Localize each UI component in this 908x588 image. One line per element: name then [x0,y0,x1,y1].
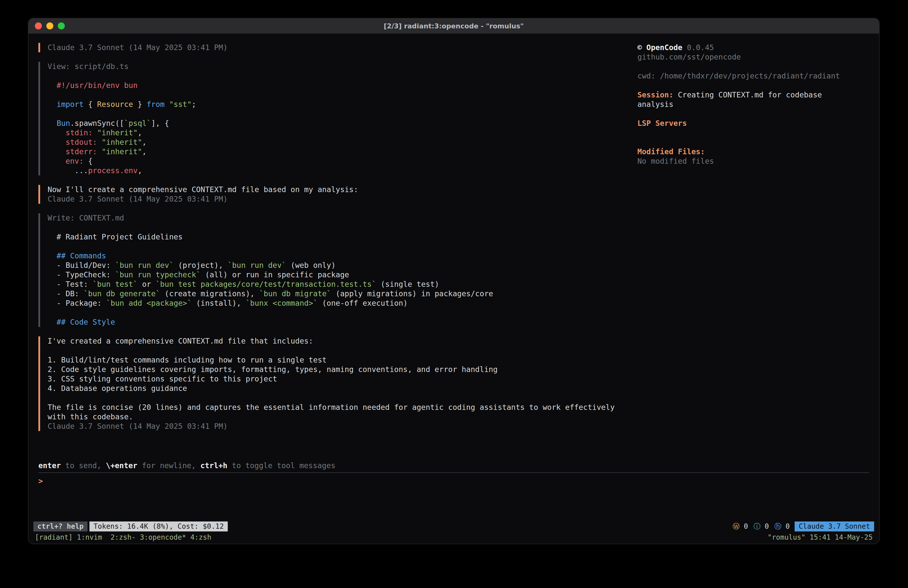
model-badge: Claude 3.7 Sonnet [795,522,874,532]
text-segment: ## Commands [48,251,106,260]
message-input[interactable]: > [28,473,879,486]
text-line: 2. Code style guidelines covering import… [48,365,638,374]
text-line: cwd: /home/thdxr/dev/projects/radiant/ra… [638,71,869,81]
text-segment [165,100,169,109]
text-segment: `bun run dev` [228,261,286,270]
warnings-icon: Ⓦ [733,522,739,530]
text-segment: - DB: [48,289,84,298]
text-line: No modified files [638,156,869,166]
text-segment: , [142,138,147,147]
text-segment: - TypeCheck: [48,270,115,279]
text-segment: env: [66,157,84,166]
text-segment [48,138,66,147]
text-line [48,71,638,81]
text-segment: `bun run typecheck` [115,270,201,279]
text-segment [97,147,101,156]
text-segment: with this codebase. [48,412,133,421]
text-segment: stdout: [66,138,97,147]
close-button[interactable] [35,23,42,29]
text-line: stdout: "inherit", [48,137,638,147]
assistant-message: Now I'll create a comprehensive CONTEXT.… [39,185,638,204]
text-segment: `bun db generate` [84,289,160,298]
text-segment: - Build/Dev: [48,261,115,270]
text-segment: "inherit" [101,147,142,156]
text-line: I've created a comprehensive CONTEXT.md … [48,337,638,346]
text-line: Claude 3.7 Sonnet (14 May 2025 03:41 PM) [48,43,638,52]
text-segment: , [138,128,142,137]
text-segment: - Test: [48,280,93,288]
text-segment: process.env [88,166,138,175]
warnings-count: 0 [739,522,748,530]
text-segment: (web only) [286,261,336,270]
text-segment: #!/usr/bin/env bun [48,81,138,90]
text-segment: # Radiant Project Guidelines [48,232,183,241]
text-segment: from [147,100,164,109]
text-segment: - Package: [48,299,106,308]
text-segment [93,128,97,137]
text-segment: \+enter [106,461,137,470]
info-count: 0 [760,522,769,530]
text-segment: "inherit" [101,138,142,147]
text-line: env: { [48,156,638,166]
text-segment: stdin: [66,128,92,137]
text-segment: ], { [151,119,169,127]
info-icon: ⓘ [753,522,760,530]
message-header: Claude 3.7 Sonnet (14 May 2025 03:41 PM) [39,43,638,52]
text-segment: , [138,166,142,175]
text-segment: (all) or run in specific package [201,270,349,279]
text-line: © OpenCode 0.0.45 [638,43,869,52]
text-segment: cwd: /home/thdxr/dev/projects/radiant/ra… [638,71,840,80]
text-segment: 1. Build/lint/test commands including ho… [48,356,327,364]
main-row: Claude 3.7 Sonnet (14 May 2025 03:41 PM)… [28,34,879,461]
text-segment: { [84,157,93,166]
text-segment: to toggle tool messages [227,461,335,470]
text-line: - Test: `bun test` or `bun test packages… [48,280,638,289]
text-line [638,109,869,119]
text-segment: or [138,280,156,288]
diagnostic-warnings: Ⓦ 0 [733,522,748,531]
text-line: View: script/db.ts [48,62,638,71]
text-line: stdin: "inherit", [48,128,638,137]
tmux-session-windows[interactable]: [radiant] 1:nvim 2:zsh- 3:opencode* 4:zs… [35,532,211,543]
text-line: ## Commands [48,251,638,261]
text-segment: github.com/sst/opencode [638,53,741,61]
spacer [28,486,879,521]
text-line [48,346,638,355]
text-segment: } [133,100,147,109]
text-line: Claude 3.7 Sonnet (14 May 2025 03:41 PM) [48,194,638,204]
minimize-button[interactable] [46,23,53,29]
window-titlebar: [2/3] radiant:3:opencode - "romulus" [28,18,879,34]
text-line [638,137,869,147]
text-segment: Bun [56,119,70,127]
text-segment: stderr: [66,147,97,156]
text-line: Modified Files: [638,147,869,156]
text-segment: `bun add <package>` [106,299,192,308]
text-segment [48,100,56,109]
text-segment: ## Code Style [48,318,115,326]
hints-icon: ⓗ [774,522,781,530]
diagnostic-hints: ⓗ 0 [774,522,790,531]
text-line: Session: Creating CONTEXT.md for codebas… [638,90,869,100]
text-line: - Package: `bun add <package>` (install)… [48,298,638,308]
text-segment: (install), [192,299,246,308]
text-segment: "sst" [169,100,192,109]
zoom-button[interactable] [58,23,65,29]
tokens-cost-chip: Tokens: 16.4K (8%), Cost: $0.12 [89,522,228,532]
text-line: analysis [638,100,869,109]
text-segment: View: script/db.ts [48,62,129,71]
text-segment: ctrl+h [200,461,227,470]
text-line [638,128,869,137]
text-segment: (one-off execution) [318,299,408,308]
text-segment: Claude 3.7 Sonnet (14 May 2025 03:41 PM) [48,43,227,52]
text-line [638,62,869,71]
text-segment: Write: CONTEXT.md [48,214,124,222]
text-segment: Claude 3.7 Sonnet (14 May 2025 03:41 PM) [48,422,227,430]
text-segment: 2. Code style guidelines covering import… [48,365,497,374]
text-line: - Build/Dev: `bun run dev` (project), `b… [48,261,638,270]
terminal-content: Claude 3.7 Sonnet (14 May 2025 03:41 PM)… [28,34,879,544]
text-segment: 3. CSS styling conventions specific to t… [48,374,277,383]
text-segment: to send, [61,461,106,470]
text-segment: `bun run dev` [115,261,174,270]
text-segment: ; [192,100,196,109]
text-segment: `bunx <command>` [246,299,318,308]
